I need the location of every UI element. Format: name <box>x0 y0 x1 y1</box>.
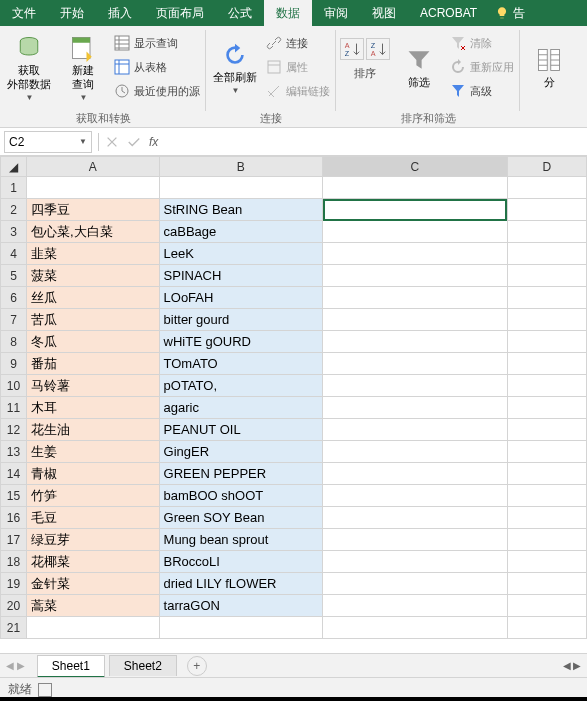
sort-desc-button[interactable]: ZA <box>366 38 390 60</box>
row-header[interactable]: 20 <box>1 595 27 617</box>
cell[interactable]: 马铃薯 <box>26 375 159 397</box>
reapply-button[interactable]: 重新应用 <box>448 56 516 78</box>
cell[interactable] <box>507 177 586 199</box>
cell[interactable]: tarraGON <box>159 595 323 617</box>
cell[interactable]: pOTATO, <box>159 375 323 397</box>
cell[interactable] <box>323 265 507 287</box>
cell[interactable] <box>159 617 323 639</box>
row-header[interactable]: 4 <box>1 243 27 265</box>
cell[interactable]: BRoccoLI <box>159 551 323 573</box>
cell[interactable] <box>507 617 586 639</box>
cell[interactable] <box>507 353 586 375</box>
get-external-data-button[interactable]: 获取 外部数据 ▼ <box>4 32 54 104</box>
tab-data[interactable]: 数据 <box>264 0 312 26</box>
advanced-button[interactable]: 高级 <box>448 80 516 102</box>
cell[interactable] <box>323 573 507 595</box>
cell[interactable] <box>323 287 507 309</box>
cell[interactable] <box>323 221 507 243</box>
cell[interactable] <box>323 375 507 397</box>
cell[interactable] <box>323 595 507 617</box>
cell[interactable] <box>323 441 507 463</box>
cell[interactable]: 包心菜,大白菜 <box>26 221 159 243</box>
cell[interactable] <box>507 485 586 507</box>
worksheet-grid[interactable]: ◢ A B C D 12四季豆StRING Bean3包心菜,大白菜caBBag… <box>0 156 587 644</box>
col-header-B[interactable]: B <box>159 157 323 177</box>
cell[interactable] <box>26 617 159 639</box>
cell[interactable]: wHiTE gOURD <box>159 331 323 353</box>
cell[interactable] <box>323 331 507 353</box>
cell[interactable] <box>507 463 586 485</box>
new-query-button[interactable]: 新建 查询 ▼ <box>58 32 108 104</box>
cell[interactable]: 蒿菜 <box>26 595 159 617</box>
sheet-tab-1[interactable]: Sheet1 <box>37 655 105 678</box>
tab-file[interactable]: 文件 <box>0 0 48 26</box>
tab-insert[interactable]: 插入 <box>96 0 144 26</box>
row-header[interactable]: 16 <box>1 507 27 529</box>
cell[interactable] <box>507 287 586 309</box>
clear-button[interactable]: 清除 <box>448 32 516 54</box>
cell[interactable]: GingER <box>159 441 323 463</box>
cell[interactable]: caBBage <box>159 221 323 243</box>
row-header[interactable]: 5 <box>1 265 27 287</box>
sheet-nav[interactable]: ◀ ▶ <box>6 660 33 671</box>
formula-input[interactable] <box>164 131 583 153</box>
cell[interactable] <box>507 419 586 441</box>
cell[interactable] <box>323 551 507 573</box>
connections-button[interactable]: 连接 <box>264 32 332 54</box>
cell[interactable] <box>159 177 323 199</box>
cell[interactable]: 绿豆芽 <box>26 529 159 551</box>
cell[interactable] <box>507 199 586 221</box>
cell[interactable] <box>507 309 586 331</box>
cell[interactable] <box>507 529 586 551</box>
cell[interactable]: bamBOO shOOT <box>159 485 323 507</box>
cell[interactable]: PEANUT OIL <box>159 419 323 441</box>
cell[interactable] <box>507 397 586 419</box>
cell[interactable]: GREEN PEPPER <box>159 463 323 485</box>
properties-button[interactable]: 属性 <box>264 56 332 78</box>
row-header[interactable]: 18 <box>1 551 27 573</box>
select-all-corner[interactable]: ◢ <box>1 157 27 177</box>
col-header-D[interactable]: D <box>507 157 586 177</box>
cell[interactable]: SPINACH <box>159 265 323 287</box>
refresh-all-button[interactable]: 全部刷新 ▼ <box>210 32 260 104</box>
cell[interactable]: 丝瓜 <box>26 287 159 309</box>
col-header-C[interactable]: C <box>323 157 507 177</box>
cell[interactable] <box>507 507 586 529</box>
cell[interactable] <box>507 265 586 287</box>
tab-formulas[interactable]: 公式 <box>216 0 264 26</box>
cell[interactable]: 花椰菜 <box>26 551 159 573</box>
cell[interactable]: StRING Bean <box>159 199 323 221</box>
cell[interactable] <box>323 353 507 375</box>
cell[interactable] <box>507 243 586 265</box>
cell[interactable]: 四季豆 <box>26 199 159 221</box>
cell[interactable]: 木耳 <box>26 397 159 419</box>
edit-links-button[interactable]: 编辑链接 <box>264 80 332 102</box>
cell[interactable]: TOmATO <box>159 353 323 375</box>
from-table-button[interactable]: 从表格 <box>112 56 202 78</box>
row-header[interactable]: 9 <box>1 353 27 375</box>
sort-label[interactable]: 排序 <box>340 62 390 84</box>
cell[interactable] <box>323 397 507 419</box>
row-header[interactable]: 8 <box>1 331 27 353</box>
cell[interactable]: 花生油 <box>26 419 159 441</box>
cell[interactable] <box>507 331 586 353</box>
row-header[interactable]: 2 <box>1 199 27 221</box>
recent-sources-button[interactable]: 最近使用的源 <box>112 80 202 102</box>
cell[interactable] <box>507 595 586 617</box>
cell[interactable]: 冬瓜 <box>26 331 159 353</box>
scroll-right[interactable]: ▶ <box>573 660 581 671</box>
cell[interactable] <box>323 529 507 551</box>
cell[interactable]: Green SOY Bean <box>159 507 323 529</box>
row-header[interactable]: 11 <box>1 397 27 419</box>
cell[interactable] <box>507 551 586 573</box>
tab-home[interactable]: 开始 <box>48 0 96 26</box>
tab-pagelayout[interactable]: 页面布局 <box>144 0 216 26</box>
row-header[interactable]: 17 <box>1 529 27 551</box>
row-header[interactable]: 13 <box>1 441 27 463</box>
row-header[interactable]: 6 <box>1 287 27 309</box>
cell[interactable] <box>507 573 586 595</box>
fx-label[interactable]: fx <box>149 135 158 149</box>
tab-acrobat[interactable]: ACROBAT <box>408 0 489 26</box>
cell[interactable] <box>323 309 507 331</box>
cell[interactable]: 苦瓜 <box>26 309 159 331</box>
